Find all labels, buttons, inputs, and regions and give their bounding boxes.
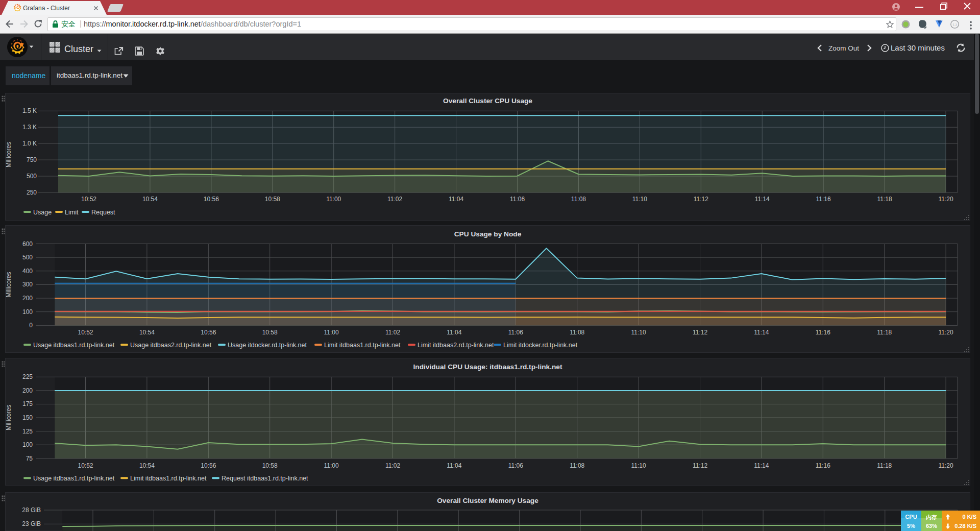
svg-text:Limit itdbaas1.rd.tp-link.net: Limit itdbaas1.rd.tp-link.net [324, 342, 401, 349]
svg-text:10:54: 10:54 [142, 196, 158, 203]
svg-text:Millicores: Millicores [5, 405, 12, 430]
svg-text:11:02: 11:02 [385, 329, 400, 336]
svg-text:11:10: 11:10 [631, 329, 646, 336]
svg-text:Usage: Usage [33, 209, 52, 216]
svg-text:250: 250 [27, 189, 37, 196]
svg-text:10:52: 10:52 [78, 462, 93, 469]
svg-text:10:58: 10:58 [262, 462, 278, 469]
svg-text:11:12: 11:12 [694, 196, 708, 203]
svg-text:Limit itdbaas2.rd.tp-link.net: Limit itdbaas2.rd.tp-link.net [418, 342, 494, 349]
svg-text:11:12: 11:12 [693, 329, 707, 336]
svg-text:200: 200 [22, 295, 33, 302]
svg-text:11:00: 11:00 [324, 462, 339, 469]
svg-text:11:20: 11:20 [938, 196, 953, 203]
svg-text:1.3 K: 1.3 K [22, 124, 37, 131]
svg-text:11:20: 11:20 [939, 462, 953, 469]
svg-text:400: 400 [22, 268, 33, 275]
svg-text:11:10: 11:10 [632, 196, 647, 203]
svg-text:200: 200 [22, 387, 33, 394]
svg-text:11:00: 11:00 [326, 196, 341, 203]
svg-text:11:20: 11:20 [939, 329, 953, 336]
svg-text:0: 0 [29, 322, 33, 329]
svg-text:11:14: 11:14 [754, 462, 769, 469]
svg-text:11:06: 11:06 [508, 462, 523, 469]
svg-text:23 GiB: 23 GiB [22, 520, 41, 527]
svg-text:75: 75 [26, 455, 33, 462]
svg-text:11:04: 11:04 [447, 329, 461, 336]
svg-text:11:16: 11:16 [816, 329, 830, 336]
svg-text:10:56: 10:56 [201, 329, 216, 336]
svg-text:11:18: 11:18 [877, 196, 892, 203]
svg-text:11:04: 11:04 [447, 462, 461, 469]
svg-text:11:08: 11:08 [570, 329, 584, 336]
svg-text:Individual CPU Usage: itdbaas1: Individual CPU Usage: itdbaas1.rd.tp-lin… [413, 363, 562, 371]
svg-text:11:12: 11:12 [693, 462, 707, 469]
svg-text:Request: Request [91, 209, 115, 216]
svg-text:10:52: 10:52 [81, 196, 96, 203]
svg-text:Overall Cluster Memory Usage: Overall Cluster Memory Usage [437, 497, 538, 504]
svg-text:11:02: 11:02 [385, 462, 400, 469]
svg-text:10:58: 10:58 [265, 196, 280, 203]
svg-text:28 GiB: 28 GiB [22, 506, 41, 514]
svg-text:750: 750 [27, 156, 37, 163]
svg-text:11:00: 11:00 [324, 329, 339, 336]
svg-text:1.0 K: 1.0 K [22, 140, 37, 147]
svg-text:500: 500 [27, 173, 37, 180]
svg-text:125: 125 [22, 428, 33, 435]
svg-text:Usage itdbaas2.rd.tp-link.net: Usage itdbaas2.rd.tp-link.net [130, 342, 212, 349]
svg-text:600: 600 [22, 240, 33, 248]
svg-text:11:14: 11:14 [755, 196, 770, 203]
svg-text:11:18: 11:18 [877, 462, 892, 469]
svg-text:Usage itdbaas1.rd.tp-link.net: Usage itdbaas1.rd.tp-link.net [33, 342, 115, 349]
svg-text:150: 150 [22, 414, 33, 421]
svg-text:100: 100 [22, 441, 33, 448]
svg-text:11:06: 11:06 [508, 329, 523, 336]
svg-text:11:08: 11:08 [571, 196, 586, 203]
svg-text:10:56: 10:56 [201, 462, 216, 469]
svg-text:10:58: 10:58 [262, 329, 278, 336]
svg-text:175: 175 [22, 400, 33, 407]
svg-text:11:04: 11:04 [449, 196, 463, 203]
svg-text:300: 300 [22, 281, 33, 288]
svg-text:500: 500 [22, 254, 33, 261]
svg-text:Millicores: Millicores [5, 142, 12, 167]
svg-text:1.5 K: 1.5 K [22, 107, 37, 114]
svg-text:10:54: 10:54 [139, 462, 155, 469]
svg-text:225: 225 [22, 373, 33, 380]
svg-text:Overall Cluster CPU Usage: Overall Cluster CPU Usage [443, 97, 532, 105]
svg-text:{..}: {..} [953, 23, 957, 26]
svg-text:Request itdbaas1.rd.tp-link.ne: Request itdbaas1.rd.tp-link.net [222, 475, 308, 482]
svg-text:11:14: 11:14 [754, 329, 769, 336]
svg-text:11:10: 11:10 [631, 462, 646, 469]
svg-text:100: 100 [22, 308, 33, 316]
svg-text:11:18: 11:18 [877, 329, 892, 336]
svg-text:11:08: 11:08 [570, 462, 584, 469]
svg-text:Usage itdbaas1.rd.tp-link.net: Usage itdbaas1.rd.tp-link.net [33, 475, 115, 482]
svg-text:Millicores: Millicores [5, 272, 12, 297]
svg-text:10:54: 10:54 [139, 329, 155, 336]
svg-text:10:56: 10:56 [204, 196, 219, 203]
svg-text:11:16: 11:16 [816, 462, 830, 469]
svg-text:Limit: Limit [65, 209, 79, 216]
svg-text:11:06: 11:06 [510, 196, 525, 203]
svg-text:10:52: 10:52 [78, 329, 93, 336]
svg-text:Usage itdocker.rd.tp-link.net: Usage itdocker.rd.tp-link.net [228, 342, 307, 349]
svg-text:Limit itdbaas1.rd.tp-link.net: Limit itdbaas1.rd.tp-link.net [130, 475, 207, 482]
svg-text:Limit itdocker.rd.tp-link.net: Limit itdocker.rd.tp-link.net [503, 342, 578, 349]
svg-text:11:02: 11:02 [387, 196, 402, 203]
svg-text:11:16: 11:16 [816, 196, 831, 203]
svg-text:CPU Usage by Node: CPU Usage by Node [454, 230, 522, 238]
